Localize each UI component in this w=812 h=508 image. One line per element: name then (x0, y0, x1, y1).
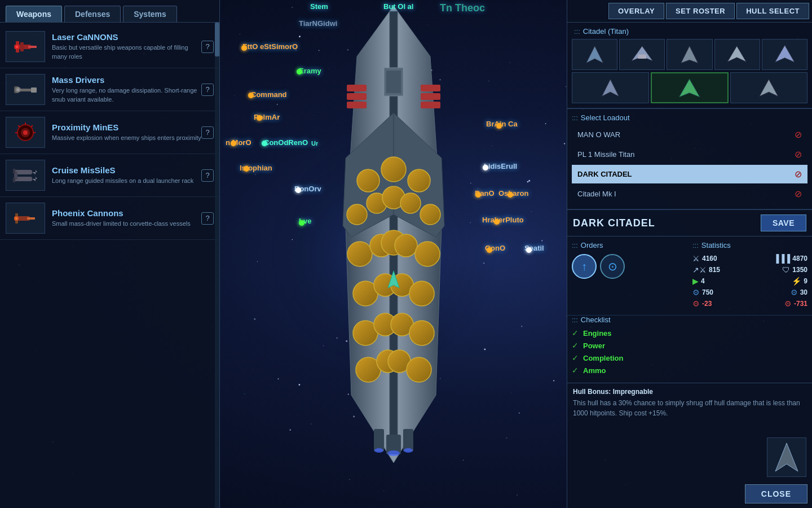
weapon-info-cruise-missiles: Cruise MisSileS Long range guided missil… (52, 165, 201, 185)
check-engines-label: Engines (583, 329, 612, 338)
svg-point-69 (407, 357, 431, 382)
stats-title: Statistics (692, 241, 807, 249)
svg-rect-73 (421, 85, 440, 91)
svg-marker-37 (602, 80, 619, 97)
mass-drivers-help[interactable]: ? (201, 84, 214, 96)
dot-gone (487, 247, 492, 253)
loadout-citadel-mk1-delete[interactable]: ⊘ (795, 189, 802, 199)
weapon-icon-mass-drivers (6, 74, 45, 105)
phoenix-cannons-help[interactable]: ? (201, 212, 214, 225)
blue2-icon: ⚙ (791, 288, 798, 297)
loadout-pl1-delete[interactable]: ⊘ (795, 149, 802, 160)
weapon-item-proximity-mines[interactable]: Proximity MinES Massive explosion when e… (0, 111, 219, 154)
weapon-item-laser-cannons[interactable]: Laser CaNNONS Basic but versatile ship w… (0, 25, 219, 68)
overlay-button[interactable]: OVERLAY (608, 3, 664, 19)
ship-grid-row1 (572, 39, 807, 70)
left-panel: Weapons Defenses Systems Laser CaNNONS B… (0, 0, 220, 508)
dot-seatil (526, 247, 532, 253)
svg-rect-3 (20, 42, 24, 51)
checklist-ammo: ✓ Ammo (572, 366, 807, 375)
hull-bonus-text: This hull has a 30% chance to simply shr… (573, 398, 806, 418)
ship-thumb-1[interactable] (572, 39, 617, 70)
ship-selector: Citadel (Titan) (567, 23, 812, 108)
svg-rect-71 (347, 93, 367, 100)
dot-hraker (494, 219, 500, 225)
ship-thumb-6[interactable] (572, 72, 649, 103)
cruise-missiles-help[interactable]: ? (201, 169, 214, 182)
stat-row-5: ⚙ -23 ⚙ -731 (692, 299, 807, 308)
loadout-citadel-mk1[interactable]: Citadel Mk I ⊘ (572, 185, 807, 203)
ship-thumb-7-selected[interactable] (651, 72, 728, 103)
stat-green1-value: 4 (701, 277, 705, 285)
laser-cannon-icon (11, 36, 39, 58)
weapon-icon-cruise-missiles (6, 160, 45, 191)
bars-icon: ▐▐▐ (774, 254, 791, 263)
loadout-dark-citadel-label: DARK CITADEL (577, 170, 795, 178)
svg-point-5 (16, 46, 18, 48)
hull-bonus-title: Hull Bonus: Impregnable (573, 388, 806, 396)
ship-thumb-8[interactable] (730, 72, 807, 103)
mass-driver-icon (11, 78, 39, 101)
close-button[interactable]: CLOSE (745, 484, 807, 503)
weapon-icon-laser-cannons (6, 31, 45, 62)
laser-cannons-help[interactable]: ? (201, 41, 214, 53)
svg-marker-39 (760, 80, 778, 97)
right-panel: OVERLAY SET ROSTER HULL SELECT Citadel (… (567, 0, 812, 508)
phoenix-cannon-icon (11, 207, 39, 230)
selected-ship-name: DARK CITADEL (573, 217, 655, 229)
loadout-title: Select Loadout (572, 113, 807, 122)
dot-istophian (244, 166, 249, 172)
ship-portrait (767, 437, 806, 477)
loadout-man-o-war[interactable]: MAN O WAR ⊘ (572, 125, 807, 144)
order-btn-defend[interactable]: ⊙ (600, 254, 625, 279)
top-nav: OVERLAY SET ROSTER HULL SELECT (567, 0, 812, 23)
ship-thumb-3[interactable] (667, 39, 712, 70)
weapon-icon-proximity-mines (6, 117, 45, 148)
scroll-thumb[interactable] (215, 23, 219, 56)
tab-weapons[interactable]: Weapons (6, 6, 62, 22)
svg-rect-75 (421, 102, 440, 108)
svg-rect-77 (386, 71, 401, 93)
loadout-man-o-war-delete[interactable]: ⊘ (795, 129, 802, 140)
loadout-pl1[interactable]: PL 1 Missile Titan ⊘ (572, 145, 807, 164)
scroll-track[interactable] (215, 23, 219, 508)
stat-green2: ⚡ 9 (792, 277, 807, 286)
orders-stats-section: Orders ↑ ⊙ Statistics ⚔ 4160 ▐▐▐ 4870 (567, 237, 812, 315)
order-btn-attack[interactable]: ↑ (572, 254, 597, 279)
dot-liderul (483, 165, 488, 170)
stat-red1-value: -23 (702, 300, 712, 308)
mass-drivers-desc: Very long range, no damage dissipation. … (52, 86, 201, 104)
tab-bar: Weapons Defenses Systems (0, 0, 219, 23)
set-roster-button[interactable]: SET ROSTER (666, 3, 735, 19)
loadout-dark-citadel-delete[interactable]: ⊘ (795, 169, 802, 179)
ship-thumb-4[interactable] (714, 39, 760, 70)
svg-point-10 (17, 88, 20, 91)
svg-rect-70 (347, 85, 367, 91)
red1-icon: ⚙ (692, 299, 700, 308)
tab-defenses[interactable]: Defenses (64, 6, 121, 22)
svg-rect-27 (27, 217, 35, 220)
save-button[interactable]: SAVE (761, 214, 806, 231)
svg-point-52 (420, 204, 440, 225)
weapon-item-mass-drivers[interactable]: Mass Drivers Very long range, no damage … (0, 68, 219, 111)
phoenix-cannons-desc: Small mass-driver limited to corvette-cl… (52, 220, 201, 228)
ship-thumb-5[interactable] (762, 39, 807, 70)
check-completion-icon: ✓ (572, 353, 579, 362)
loadout-dark-citadel[interactable]: DARK CITADEL ⊘ (572, 165, 807, 183)
proximity-mines-help[interactable]: ? (201, 126, 214, 139)
tab-systems[interactable]: Systems (123, 6, 177, 22)
svg-rect-72 (347, 102, 367, 108)
stat-red1: ⚙ -23 (692, 299, 712, 308)
check-engines-icon: ✓ (572, 329, 579, 338)
hull-select-button[interactable]: HULL SELECT (736, 3, 809, 19)
main-ship-svg (301, 0, 487, 463)
weapon-info-proximity-mines: Proximity MinES Massive explosion when e… (52, 122, 201, 142)
red2-icon: ⚙ (784, 299, 792, 308)
laser-cannons-name: Laser CaNNONS (52, 32, 201, 42)
dot-osharon (508, 192, 513, 198)
weapon-item-cruise-missiles[interactable]: Cruise MisSileS Long range guided missil… (0, 154, 219, 197)
weapon-item-phoenix-cannons[interactable]: Phoenix Cannons Small mass-driver limite… (0, 197, 219, 240)
stat-blue2-value: 30 (800, 288, 807, 296)
ship-thumb-2[interactable] (619, 39, 665, 70)
ship-selector-title: Citadel (Titan) (572, 27, 807, 36)
